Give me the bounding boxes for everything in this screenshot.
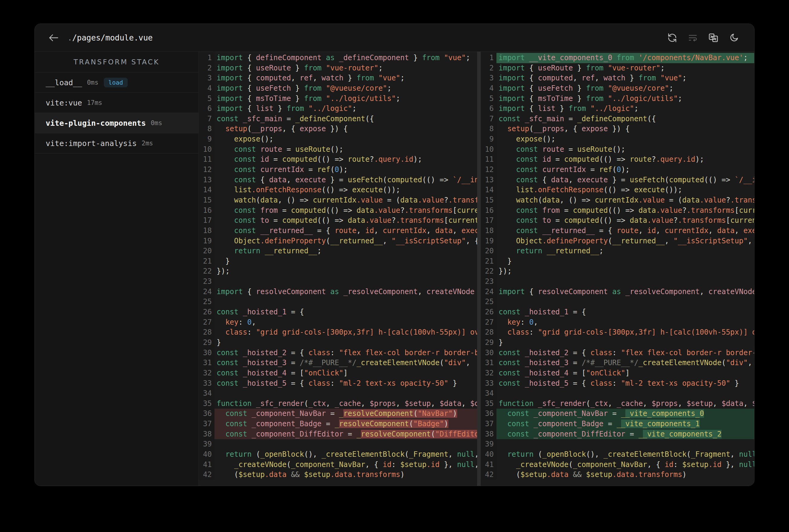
code-text: setup(__props, { expose }) { [496, 124, 754, 134]
code-text: function _sfc_render(_ctx, _cache, $prop… [215, 399, 477, 409]
code-line: 32const _hoisted_4 = ["onClick"] [481, 368, 754, 378]
sidebar-item-vite-plugin-components[interactable]: vite-plugin-components0ms [35, 113, 199, 133]
line-number: 42 [199, 470, 215, 480]
code-line: 40 return (_openBlock(), _createElementB… [481, 450, 754, 460]
plugin-time: 0ms [151, 119, 162, 127]
line-number: 12 [481, 165, 496, 175]
code-text: watch(data, () => currentIdx.value = (da… [215, 195, 477, 206]
code-line: 29} [199, 338, 477, 348]
line-number: 3 [481, 73, 496, 83]
code-line: 4import { useFetch } from "@vueuse/core"… [199, 83, 477, 94]
line-number: 2 [199, 63, 215, 73]
line-number: 36 [199, 409, 215, 419]
dark-mode-button[interactable] [727, 31, 741, 45]
code-text: import __vite_components_0 from '/compon… [496, 53, 754, 63]
code-text: const to = computed(() => data.value?.tr… [215, 215, 477, 226]
plugin-name: vite:import-analysis [46, 139, 137, 148]
line-number: 38 [481, 429, 496, 439]
line-number: 11 [481, 154, 496, 165]
code-text: const _hoisted_3 = /*#__PURE__*/_createE… [215, 358, 477, 368]
code-line: 42 ($setup.data && $setup.data.transform… [199, 470, 477, 480]
line-number: 15 [199, 195, 215, 206]
wrap-lines-icon [688, 33, 698, 43]
code-text: const route = useRoute(); [215, 145, 477, 155]
code-text: const _sfc_main = _defineComponent({ [215, 114, 477, 124]
code-text: const _hoisted_2 = { class: "flex flex-c… [215, 348, 477, 358]
code-line: 16 const from = computed(() => data.valu… [199, 206, 477, 216]
back-button[interactable] [47, 31, 60, 44]
wrap-lines-button[interactable] [686, 31, 700, 45]
line-number: 37 [481, 419, 496, 429]
code-line: 27 key: 0, [481, 317, 754, 328]
code-line: 23 [199, 277, 477, 287]
sidebar-item-vite-vue[interactable]: vite:vue17ms [35, 93, 199, 113]
line-number: 4 [481, 83, 496, 94]
code-line: 19 Object.defineProperty(__returned__, "… [199, 236, 477, 246]
code-line: 32const _hoisted_4 = ["onClick"] [199, 368, 477, 378]
line-number: 27 [481, 317, 496, 328]
code-line: 12 const currentIdx = ref(0); [199, 165, 477, 175]
line-number: 25 [481, 297, 496, 307]
line-number: 24 [481, 287, 496, 297]
line-number: 39 [199, 439, 215, 450]
code-text: } [496, 338, 754, 348]
code-line: 10 const route = useRoute(); [481, 145, 754, 155]
code-text [215, 388, 477, 399]
compare-panes-button[interactable] [707, 31, 720, 45]
page-title-dot: . [68, 33, 72, 42]
code-text: ($setup.data && $setup.data.transforms) [215, 470, 477, 480]
refresh-button[interactable] [665, 31, 679, 45]
code-line: 30const _hoisted_2 = { class: "flex flex… [199, 348, 477, 358]
sidebar-item--load-[interactable]: __load__0msload [35, 73, 199, 93]
line-number: 33 [481, 378, 496, 389]
line-number: 17 [199, 215, 215, 226]
line-number: 40 [199, 450, 215, 460]
code-text: import { useRoute } from "vue-router"; [215, 63, 477, 73]
code-text: ($setup.data && $setup.data.transforms) [496, 470, 754, 480]
line-number: 16 [481, 206, 496, 216]
code-pane-before[interactable]: 1import { defineComponent as _defineComp… [199, 52, 477, 486]
code-line: 23 [481, 277, 754, 287]
line-number: 26 [199, 307, 215, 317]
code-text: } [215, 338, 477, 348]
arrow-left-icon [49, 34, 59, 42]
code-text [215, 297, 477, 307]
pane-divider[interactable] [477, 52, 481, 486]
code-text: const { data, execute } = useFetch(compu… [215, 175, 477, 185]
line-number: 1 [199, 53, 215, 63]
sidebar-item-vite-import-analysis[interactable]: vite:import-analysis2ms [35, 133, 199, 154]
code-line: 2import { useRoute } from "vue-router"; [481, 63, 754, 73]
code-line: 12 const currentIdx = ref(0); [481, 165, 754, 175]
line-number: 42 [481, 470, 496, 480]
code-text: import { list } from "../logic"; [496, 104, 754, 114]
code-text [496, 277, 754, 287]
code-line: 41 _createVNode(_component_NavBar, { id:… [481, 460, 754, 470]
code-line: 9 expose(); [481, 134, 754, 145]
code-text: key: 0, [496, 317, 754, 328]
code-pane-after[interactable]: 1import __vite_components_0 from '/compo… [481, 52, 754, 486]
code-line: 1import __vite_components_0 from '/compo… [481, 53, 754, 63]
line-number: 34 [481, 388, 496, 399]
plugin-time: 17ms [87, 99, 102, 107]
plugin-time: 0ms [87, 79, 98, 86]
line-number: 10 [199, 145, 215, 155]
diff-view: 1import { defineComponent as _defineComp… [199, 52, 754, 486]
line-number: 5 [481, 94, 496, 104]
code-text: const _component_Badge = __vite_componen… [496, 419, 754, 429]
line-number: 28 [481, 327, 496, 338]
line-number: 29 [481, 338, 496, 348]
line-number: 10 [481, 145, 496, 155]
code-text: const _hoisted_1 = { [215, 307, 477, 317]
code-text: list.onFetchResponse(() => execute()); [496, 185, 754, 195]
code-line: 36 const _component_NavBar = _resolveCom… [199, 409, 477, 419]
line-number: 41 [199, 460, 215, 470]
code-line: 24import { resolveComponent as _resolveC… [481, 287, 754, 297]
line-number: 35 [199, 399, 215, 409]
code-line: 42 ($setup.data && $setup.data.transform… [481, 470, 754, 480]
code-line: 5import { msToTime } from "../logic/util… [481, 94, 754, 104]
line-number: 19 [199, 236, 215, 246]
code-line: 33const _hoisted_5 = { class: "ml-2 text… [199, 378, 477, 389]
code-text: const route = useRoute(); [496, 145, 754, 155]
code-line: 21 } [199, 256, 477, 267]
code-line: 17 const to = computed(() => data.value?… [199, 215, 477, 226]
